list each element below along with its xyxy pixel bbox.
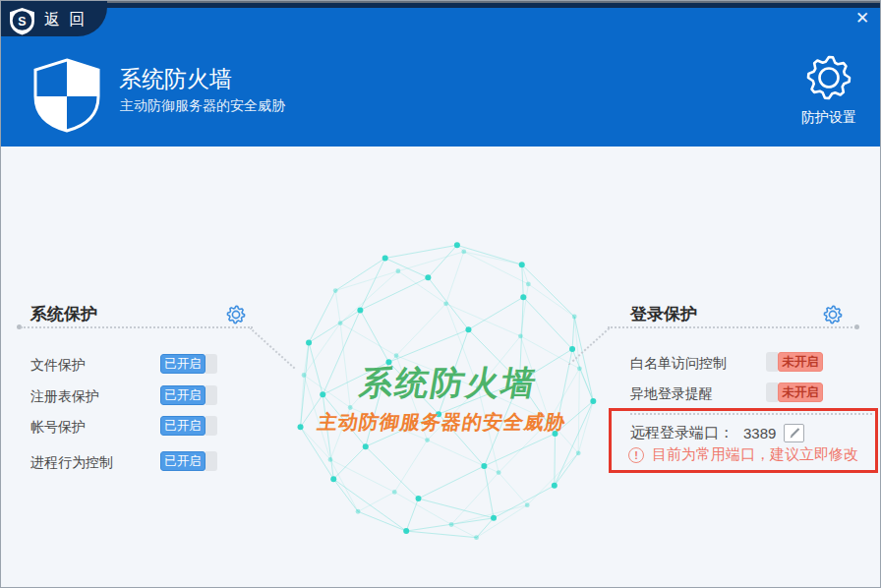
page-title: 系统防火墙 bbox=[119, 64, 232, 94]
row-label: 文件保护 bbox=[30, 355, 86, 375]
toggle-file-protection[interactable]: 已开启 bbox=[160, 354, 217, 374]
back-button[interactable]: S 返回 bbox=[1, 1, 107, 36]
toggle-registry-protection[interactable]: 已开启 bbox=[160, 385, 217, 405]
toggle-knob bbox=[766, 352, 778, 372]
row-label: 异地登录提醒 bbox=[630, 383, 713, 403]
separator-line bbox=[608, 326, 856, 328]
edit-port-button[interactable] bbox=[784, 424, 804, 442]
toggle-status: 未开启 bbox=[778, 352, 823, 372]
separator-dot bbox=[854, 324, 859, 329]
toggle-account-protection[interactable]: 已开启 bbox=[160, 416, 217, 436]
separator-line bbox=[630, 413, 872, 415]
toggle-whitelist-access[interactable]: 未开启 bbox=[766, 352, 823, 372]
toggle-status: 已开启 bbox=[160, 451, 206, 471]
close-icon[interactable]: ✕ bbox=[851, 7, 874, 30]
app-logo-icon: S bbox=[9, 7, 35, 39]
back-button-label: 返回 bbox=[44, 10, 93, 30]
port-warning: ! 目前为常用端口，建议立即修改 bbox=[628, 445, 858, 464]
system-protection-title: 系统保护 bbox=[30, 303, 97, 325]
logo-letter: S bbox=[18, 15, 26, 29]
center-slogan: 系统防火墙 主动防御服务器的安全威胁 bbox=[284, 361, 607, 436]
system-protection-gear-icon[interactable] bbox=[226, 305, 246, 324]
center-subtitle: 主动防御服务器的安全威胁 bbox=[284, 409, 599, 436]
warning-icon: ! bbox=[628, 447, 644, 463]
toggle-knob bbox=[206, 451, 217, 471]
toggle-knob bbox=[766, 382, 778, 402]
row-label: 注册表保护 bbox=[30, 386, 99, 406]
remote-port-value: 3389 bbox=[743, 425, 776, 441]
row-label: 帐号保护 bbox=[30, 417, 86, 437]
pencil-icon bbox=[787, 426, 802, 441]
row-label: 进程行为控制 bbox=[30, 452, 113, 472]
login-protection-gear-icon[interactable] bbox=[823, 305, 843, 324]
toggle-knob bbox=[206, 354, 217, 374]
gear-icon bbox=[805, 54, 852, 101]
page-subtitle: 主动防御服务器的安全威胁 bbox=[120, 97, 285, 115]
toggle-status: 未开启 bbox=[778, 382, 823, 402]
toggle-knob bbox=[206, 385, 217, 405]
login-protection-title: 登录保护 bbox=[630, 303, 697, 325]
protection-settings-button[interactable]: 防护设置 bbox=[788, 54, 870, 127]
toggle-remote-login-alert[interactable]: 未开启 bbox=[766, 382, 823, 402]
remote-port-row: 远程登录端口： 3389 bbox=[630, 423, 804, 442]
toggle-knob bbox=[206, 416, 217, 436]
separator-line bbox=[21, 326, 253, 328]
protection-settings-label: 防护设置 bbox=[788, 109, 870, 127]
toggle-status: 已开启 bbox=[160, 385, 206, 405]
titlebar-strip bbox=[1, 1, 881, 8]
warning-text: 目前为常用端口，建议立即修改 bbox=[652, 445, 858, 464]
toggle-status: 已开启 bbox=[160, 416, 206, 436]
toggle-status: 已开启 bbox=[160, 354, 206, 374]
center-title: 系统防火墙 bbox=[290, 361, 608, 406]
row-label: 白名单访问控制 bbox=[630, 353, 727, 373]
remote-port-label: 远程登录端口： bbox=[630, 424, 734, 442]
firewall-shield-icon bbox=[30, 57, 103, 138]
app-window: S 返回 ✕ 系统防火墙 主动防御服务器的安全威胁 防护设置 系统防火墙 主动防… bbox=[0, 0, 881, 588]
toggle-process-control[interactable]: 已开启 bbox=[160, 451, 217, 471]
